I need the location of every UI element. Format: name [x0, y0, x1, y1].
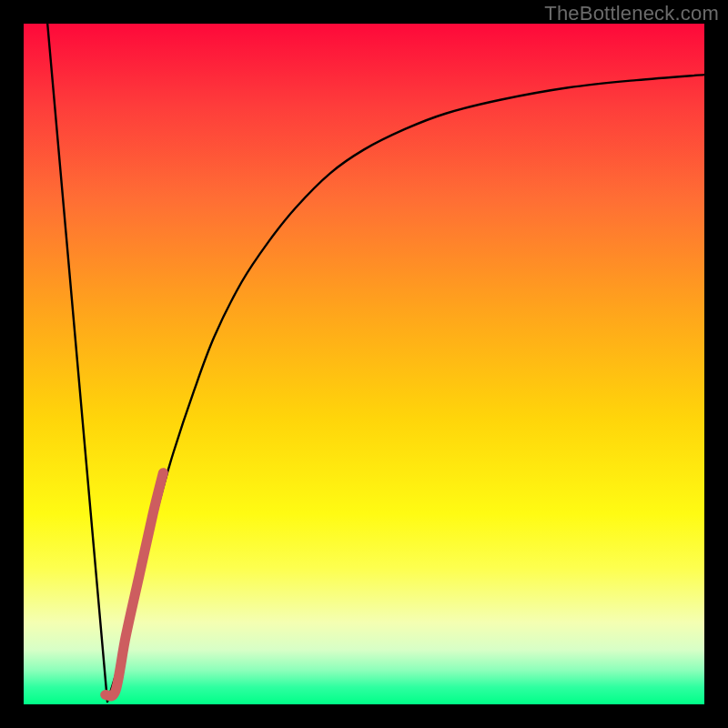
- chart-plot-area: [24, 24, 704, 704]
- curve-left-descent: [47, 24, 107, 702]
- watermark-text: TheBottleneck.com: [544, 2, 719, 25]
- chart-svg: [24, 24, 704, 704]
- curve-right: [107, 75, 704, 702]
- curve-highlight-segment: [106, 473, 164, 696]
